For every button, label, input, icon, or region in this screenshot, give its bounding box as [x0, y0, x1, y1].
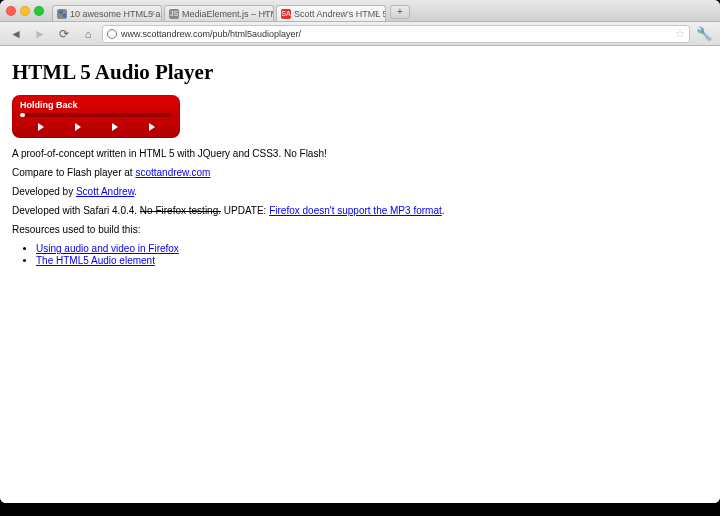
audio-player: Holding Back — [12, 95, 180, 138]
strikethrough-text: No Firefox testing. — [140, 205, 221, 216]
close-window-button[interactable] — [6, 6, 16, 16]
minimize-window-button[interactable] — [20, 6, 30, 16]
play-icon[interactable] — [38, 123, 44, 131]
body-text: Developed with Safari 4.0.4. No Firefox … — [12, 205, 708, 216]
player-controls — [12, 123, 180, 131]
body-text: A proof-of-concept written in HTML 5 wit… — [12, 148, 708, 159]
toolbar: ◄ ► ⟳ ⌂ www.scottandrew.com/pub/html5aud… — [0, 22, 720, 46]
resource-list: Using audio and video in Firefox The HTM… — [12, 243, 708, 266]
page-content: HTML 5 Audio Player Holding Back A proof… — [0, 46, 720, 503]
back-button[interactable]: ◄ — [6, 25, 26, 43]
address-bar[interactable]: www.scottandrew.com/pub/html5audioplayer… — [102, 25, 690, 43]
list-item: Using audio and video in Firefox — [36, 243, 708, 254]
tab-favicon: SA — [281, 9, 291, 19]
globe-icon — [107, 29, 117, 39]
list-item: The HTML5 Audio element — [36, 255, 708, 266]
close-tab-icon[interactable]: × — [148, 8, 158, 18]
play-icon[interactable] — [112, 123, 118, 131]
browser-tab[interactable]: SA Scott Andrew's HTML 5 Au… × — [276, 5, 386, 21]
close-tab-icon[interactable]: × — [260, 8, 270, 18]
browser-tab[interactable]: 🐾 10 awesome HTML5 audio p… × — [52, 5, 162, 21]
text: Compare to Flash player at — [12, 167, 135, 178]
tab-strip: 🐾 10 awesome HTML5 audio p… × JS MediaEl… — [52, 0, 410, 21]
new-tab-button[interactable]: + — [390, 5, 410, 19]
body-text: Developed by Scott Andrew. — [12, 186, 708, 197]
link-scott-andrew[interactable]: Scott Andrew — [76, 186, 134, 197]
track-title: Holding Back — [12, 100, 180, 113]
link-scottandrew[interactable]: scottandrew.com — [135, 167, 210, 178]
reload-button[interactable]: ⟳ — [54, 25, 74, 43]
browser-tab[interactable]: JS MediaElement.js – HTML5 … × — [164, 5, 274, 21]
play-icon[interactable] — [75, 123, 81, 131]
forward-button[interactable]: ► — [30, 25, 50, 43]
bookmark-star-icon[interactable]: ☆ — [675, 27, 685, 40]
text: Developed with Safari 4.0.4. — [12, 205, 140, 216]
window-controls — [6, 6, 44, 16]
settings-menu-button[interactable]: 🔧 — [694, 25, 714, 43]
play-icon[interactable] — [149, 123, 155, 131]
text: . — [442, 205, 445, 216]
link-resource[interactable]: Using audio and video in Firefox — [36, 243, 179, 254]
titlebar: 🐾 10 awesome HTML5 audio p… × JS MediaEl… — [0, 0, 720, 22]
link-firefox-mp3[interactable]: Firefox doesn't support the MP3 format — [269, 205, 442, 216]
page-title: HTML 5 Audio Player — [12, 60, 708, 85]
text: UPDATE: — [221, 205, 269, 216]
maximize-window-button[interactable] — [34, 6, 44, 16]
link-resource[interactable]: The HTML5 Audio element — [36, 255, 155, 266]
home-button[interactable]: ⌂ — [78, 25, 98, 43]
text: . — [134, 186, 137, 197]
close-tab-icon[interactable]: × — [372, 8, 382, 18]
browser-window: 🐾 10 awesome HTML5 audio p… × JS MediaEl… — [0, 0, 720, 503]
tab-favicon: JS — [169, 9, 179, 19]
body-text: Compare to Flash player at scottandrew.c… — [12, 167, 708, 178]
text: Developed by — [12, 186, 76, 197]
tab-favicon: 🐾 — [57, 9, 67, 19]
body-text: Resources used to build this: — [12, 224, 708, 235]
url-text: www.scottandrew.com/pub/html5audioplayer… — [121, 29, 671, 39]
progress-fill — [20, 113, 25, 117]
progress-bar[interactable] — [20, 113, 172, 117]
